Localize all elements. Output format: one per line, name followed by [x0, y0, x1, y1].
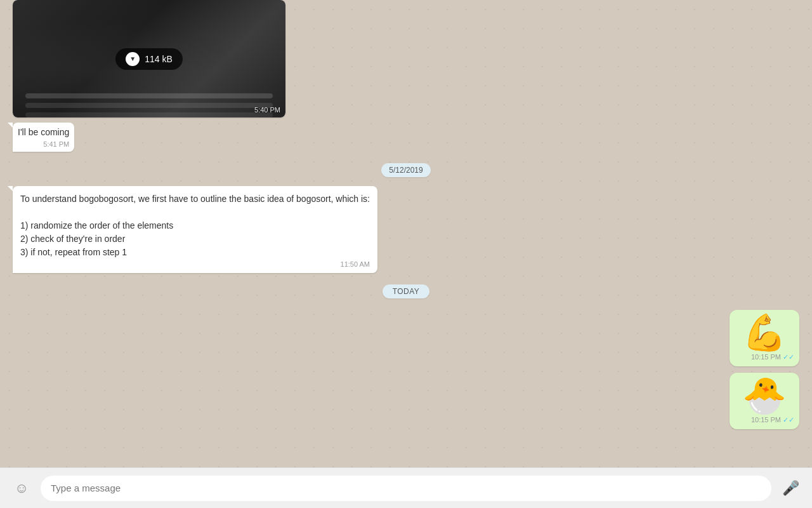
download-arrow-icon [126, 52, 140, 66]
file-size: 114 kB [145, 54, 173, 64]
emoji-button[interactable]: ☺ [10, 477, 33, 500]
sticker-checks-2: ✓✓ [783, 416, 794, 424]
sticker-emoji-1: 💪 [742, 315, 787, 351]
sticker-message-2: 🐣 10:15 PM ✓✓ [730, 373, 799, 429]
sticker-message-1: 💪 10:15 PM ✓✓ [730, 310, 799, 366]
incoming-text-message: I'll be coming 5:41 PM [13, 123, 74, 152]
media-message[interactable]: 114 kB 5:40 PM ↷ [13, 0, 285, 117]
message-text: I'll be coming [18, 127, 69, 137]
chat-container: 114 kB 5:40 PM ↷ I'll be coming 5:41 PM … [0, 0, 812, 508]
long-message-text: To understand bogobogosort, we first hav… [20, 194, 370, 257]
date-separator: 5/12/2019 [13, 163, 799, 177]
long-message-footer: 11:50 AM [20, 260, 370, 268]
mic-button[interactable]: 🎤 [779, 477, 802, 500]
sticker-footer-1: 10:15 PM ✓✓ [735, 353, 794, 361]
input-bar: ☺ 🎤 [0, 467, 812, 508]
chat-background: 114 kB 5:40 PM ↷ I'll be coming 5:41 PM … [0, 0, 812, 508]
sticker-time-1: 10:15 PM [751, 353, 781, 361]
message-footer: 5:41 PM [18, 140, 69, 148]
sticker-time-2: 10:15 PM [751, 416, 781, 424]
sticker-emoji-2: 🐣 [742, 378, 787, 413]
today-badge: TODAY [383, 284, 430, 298]
long-message-time: 11:50 AM [341, 260, 370, 268]
date-badge: 5/12/2019 [381, 163, 430, 177]
long-text-message: To understand bogobogosort, we first hav… [13, 186, 377, 273]
emoji-icon: ☺ [15, 480, 29, 497]
today-separator: TODAY [13, 284, 799, 298]
sticker-checks-1: ✓✓ [783, 353, 794, 361]
media-thumbnail[interactable]: 114 kB 5:40 PM [13, 0, 285, 117]
mic-icon: 🎤 [782, 480, 799, 497]
media-timestamp: 5:40 PM [254, 106, 280, 114]
message-time: 5:41 PM [43, 140, 69, 148]
messages-area: 114 kB 5:40 PM ↷ I'll be coming 5:41 PM … [0, 0, 812, 467]
sticker-footer-2: 10:15 PM ✓✓ [735, 416, 794, 424]
download-badge[interactable]: 114 kB [115, 48, 183, 70]
message-input[interactable] [41, 476, 771, 501]
